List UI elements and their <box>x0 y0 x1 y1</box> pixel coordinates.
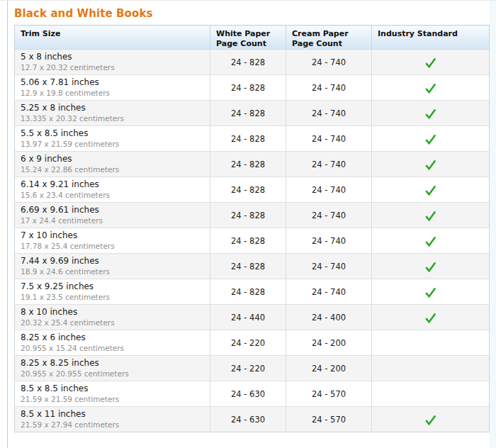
green-checkmark-icon <box>424 134 436 145</box>
cream-paper-page-count: 24 - 740 <box>286 50 372 75</box>
cream-paper-page-count: 24 - 740 <box>286 203 372 228</box>
column-header-cream-paper-page-count: Cream Paper Page Count <box>286 26 372 50</box>
trim-size-cell: 5 x 8 inches 12.7 x 20.32 centimeters <box>15 50 210 75</box>
trim-size-inches: 8.25 x 6 inches <box>21 332 210 343</box>
industry-standard-cell <box>372 279 490 305</box>
page: Black and White Books Trim Size White Pa… <box>0 0 496 448</box>
trim-size-cell: 7 x 10 inches 17.78 x 25.4 centimeters <box>15 228 210 254</box>
cream-paper-page-count: 24 - 200 <box>286 356 372 381</box>
industry-standard-cell <box>372 75 490 101</box>
industry-standard-cell <box>372 152 490 177</box>
cream-paper-page-count: 24 - 740 <box>286 101 372 126</box>
table-row: 8.5 x 8.5 inches 21.59 x 21.59 centimete… <box>15 381 490 407</box>
industry-standard-cell <box>372 126 490 152</box>
trim-size-cell: 6.14 x 9.21 inches 15.6 x 23.4 centimete… <box>15 177 210 203</box>
column-header-trim-size: Trim Size <box>15 26 210 50</box>
table-header-row: Trim Size White Paper Page Count Cream P… <box>15 26 490 50</box>
trim-size-inches: 6.69 x 9.61 inches <box>21 205 210 215</box>
table-row: 7.44 x 9.69 inches 18.9 x 24.6 centimete… <box>15 254 490 279</box>
trim-size-inches: 8.25 x 8.25 inches <box>21 358 210 369</box>
content-area: Black and White Books Trim Size White Pa… <box>14 1 489 432</box>
white-paper-page-count: 24 - 220 <box>210 330 286 356</box>
trim-size-centimeters: 20.955 x 15.24 centimeters <box>21 343 210 353</box>
table-row: 8.25 x 8.25 inches 20.955 x 20.955 centi… <box>15 356 490 381</box>
industry-standard-cell <box>372 305 490 330</box>
trim-size-centimeters: 18.9 x 24.6 centimeters <box>21 267 210 276</box>
trim-size-inches: 8.5 x 8.5 inches <box>21 383 210 394</box>
trim-size-inches: 5.5 x 8.5 inches <box>21 128 210 139</box>
trim-size-centimeters: 15.24 x 22.86 centimeters <box>21 164 210 174</box>
green-checkmark-icon <box>424 185 436 196</box>
trim-size-centimeters: 17 x 24.4 centimeters <box>21 215 210 225</box>
industry-standard-cell <box>372 254 490 279</box>
trim-size-inches: 8 x 10 inches <box>21 307 210 318</box>
trim-size-centimeters: 17.78 x 25.4 centimeters <box>21 241 210 251</box>
column-header-industry-standard: Industry Standard <box>372 26 490 50</box>
trim-size-centimeters: 21.59 x 21.59 centimeters <box>21 394 210 404</box>
industry-standard-cell <box>372 330 490 356</box>
green-checkmark-icon <box>424 57 436 69</box>
trim-size-inches: 8.5 x 11 inches <box>21 409 210 420</box>
cream-paper-page-count: 24 - 570 <box>286 407 372 432</box>
white-paper-page-count: 24 - 440 <box>210 305 286 330</box>
green-checkmark-icon <box>424 415 436 426</box>
green-checkmark-icon <box>424 83 436 94</box>
white-paper-page-count: 24 - 828 <box>210 101 286 126</box>
industry-standard-cell <box>372 177 490 203</box>
trim-size-cell: 6.69 x 9.61 inches 17 x 24.4 centimeters <box>15 203 210 228</box>
green-checkmark-icon <box>424 236 436 247</box>
industry-standard-cell <box>372 228 490 254</box>
white-paper-page-count: 24 - 828 <box>210 152 286 177</box>
table-row: 6 x 9 inches 15.24 x 22.86 centimeters 2… <box>15 152 490 177</box>
column-header-white-paper-page-count: White Paper Page Count <box>210 26 286 50</box>
trim-size-centimeters: 19.1 x 23.5 centimeters <box>21 292 210 302</box>
left-border-line <box>7 1 8 448</box>
trim-size-cell: 8 x 10 inches 20.32 x 25.4 centimeters <box>15 305 210 330</box>
green-checkmark-icon <box>424 287 436 298</box>
white-paper-page-count: 24 - 828 <box>210 203 286 228</box>
trim-size-inches: 5.25 x 8 inches <box>21 103 210 113</box>
green-checkmark-icon <box>424 313 436 324</box>
trim-size-cell: 8.5 x 11 inches 21.59 x 27.94 centimeter… <box>15 407 210 432</box>
table-row: 5.25 x 8 inches 13.335 x 20.32 centimete… <box>15 101 490 126</box>
industry-standard-cell <box>372 407 490 432</box>
green-checkmark-icon <box>424 108 436 120</box>
trim-size-centimeters: 12.7 x 20.32 centimeters <box>21 62 210 72</box>
trim-size-inches: 7.5 x 9.25 inches <box>21 281 210 292</box>
white-paper-page-count: 24 - 828 <box>210 254 286 279</box>
trim-size-centimeters: 20.955 x 20.955 centimeters <box>21 369 210 379</box>
trim-size-inches: 5.06 x 7.81 inches <box>21 77 210 88</box>
table-row: 8.25 x 6 inches 20.955 x 15.24 centimete… <box>15 330 490 356</box>
white-paper-page-count: 24 - 630 <box>210 407 286 432</box>
trim-size-table: Trim Size White Paper Page Count Cream P… <box>14 25 490 432</box>
table-row: 5 x 8 inches 12.7 x 20.32 centimeters 24… <box>15 50 490 75</box>
trim-size-inches: 7 x 10 inches <box>21 230 210 241</box>
trim-size-cell: 5.25 x 8 inches 13.335 x 20.32 centimete… <box>15 101 210 126</box>
white-paper-page-count: 24 - 630 <box>210 381 286 407</box>
table-row: 8 x 10 inches 20.32 x 25.4 centimeters 2… <box>15 305 490 330</box>
table-row: 6.69 x 9.61 inches 17 x 24.4 centimeters… <box>15 203 490 228</box>
white-paper-page-count: 24 - 828 <box>210 75 286 101</box>
right-background-strip <box>490 1 496 448</box>
table-row: 7 x 10 inches 17.78 x 25.4 centimeters 2… <box>15 228 490 254</box>
trim-size-centimeters: 21.59 x 27.94 centimeters <box>21 420 210 430</box>
green-checkmark-icon <box>424 211 436 222</box>
industry-standard-cell <box>372 381 490 407</box>
trim-size-centimeters: 13.335 x 20.32 centimeters <box>21 113 210 123</box>
trim-size-cell: 8.25 x 8.25 inches 20.955 x 20.955 centi… <box>15 356 210 381</box>
table-row: 7.5 x 9.25 inches 19.1 x 23.5 centimeter… <box>15 279 490 305</box>
table-row: 8.5 x 11 inches 21.59 x 27.94 centimeter… <box>15 407 490 432</box>
industry-standard-cell <box>372 356 490 381</box>
cream-paper-page-count: 24 - 570 <box>286 381 372 407</box>
trim-size-inches: 5 x 8 inches <box>21 52 210 62</box>
trim-size-cell: 5.06 x 7.81 inches 12.9 x 19.8 centimete… <box>15 75 210 101</box>
trim-size-cell: 5.5 x 8.5 inches 13.97 x 21.59 centimete… <box>15 126 210 152</box>
cream-paper-page-count: 24 - 740 <box>286 126 372 152</box>
page-title: Black and White Books <box>14 1 489 25</box>
trim-size-centimeters: 15.6 x 23.4 centimeters <box>21 190 210 200</box>
trim-size-cell: 8.25 x 6 inches 20.955 x 15.24 centimete… <box>15 330 210 356</box>
white-paper-page-count: 24 - 828 <box>210 228 286 254</box>
trim-size-inches: 7.44 x 9.69 inches <box>21 256 210 267</box>
table-row: 5.06 x 7.81 inches 12.9 x 19.8 centimete… <box>15 75 490 101</box>
industry-standard-cell <box>372 50 490 75</box>
